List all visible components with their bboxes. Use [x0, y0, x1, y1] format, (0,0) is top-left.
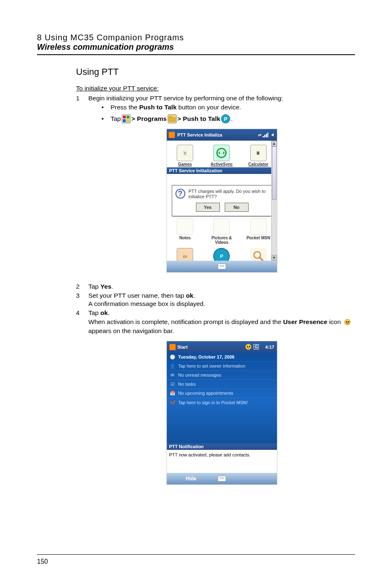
- no-button[interactable]: No: [225, 203, 249, 212]
- step-text: Begin initializing your PTT service by p…: [88, 95, 355, 102]
- scroll-thumb[interactable]: [272, 146, 277, 200]
- today-appointments-row[interactable]: 📅No upcoming appointments: [167, 389, 277, 398]
- header-chapter: 8 Using MC35 Companion Programs: [37, 33, 355, 42]
- step-subtext: A confirmation message box is displayed.: [88, 300, 355, 308]
- svg-rect-2: [123, 119, 126, 122]
- scroll-down-icon[interactable]: ▼: [272, 255, 277, 261]
- question-icon: ?: [175, 189, 185, 199]
- status-icons: ⇄: [258, 132, 275, 137]
- push-to-talk-icon: P: [221, 114, 230, 123]
- window-title: PTT Service Initializa: [178, 132, 222, 137]
- notification-title: PTT Notification: [167, 443, 277, 450]
- step-text: Tap Yes.: [88, 283, 355, 290]
- svg-line-7: [260, 257, 263, 261]
- bullet-text: Tap > Programs > Push to Talk: [111, 114, 233, 123]
- start-flag-icon: [169, 344, 176, 350]
- svg-text:P: P: [224, 116, 228, 122]
- confirmation-dialog: ? PTT charges will apply. Do you wish to…: [172, 185, 273, 216]
- powerpoint-icon[interactable]: ▭: [177, 248, 193, 261]
- yes-button[interactable]: Yes: [196, 203, 220, 212]
- start-icon: [122, 114, 131, 123]
- programs-folder-icon: [168, 114, 177, 123]
- screenshot-ptt-notification: Start G 4:17 🕓Tuesday, October 17, 2006: [167, 341, 277, 484]
- step-text: Tap ok.: [88, 309, 355, 317]
- svg-rect-3: [127, 119, 129, 122]
- step-number: 1: [76, 95, 88, 102]
- scroll-up-icon[interactable]: ▲: [272, 141, 277, 146]
- today-date-row[interactable]: 🕓Tuesday, October 17, 2006: [167, 353, 277, 362]
- screenshot-ptt-init-dialog: PTT Service Initializa ⇄ 🃏Games ActiveSy…: [167, 129, 277, 272]
- hide-softkey[interactable]: Hide: [167, 476, 216, 482]
- start-label[interactable]: Start: [178, 345, 188, 350]
- step-number: 3: [76, 292, 88, 299]
- calculator-icon[interactable]: 🖩: [250, 145, 267, 161]
- keyboard-icon[interactable]: [218, 264, 226, 269]
- dialog-title-bar: PTT Service Initialization: [167, 167, 277, 174]
- pictures-icon[interactable]: [213, 218, 230, 235]
- svg-rect-0: [123, 116, 126, 118]
- mail-icon: ✉: [169, 372, 176, 378]
- scrollbar[interactable]: ▲ ▼: [271, 141, 277, 261]
- clock: 4:17: [265, 345, 274, 350]
- notes-icon[interactable]: [177, 218, 193, 235]
- gprs-icon: G: [254, 344, 259, 350]
- svg-rect-1: [127, 116, 129, 118]
- start-flag-icon: [168, 132, 175, 138]
- user-presence-icon: [344, 318, 352, 326]
- page-header: 8 Using MC35 Companion Programs Wireless…: [37, 33, 355, 55]
- header-section: Wireless communication programs: [37, 42, 355, 52]
- step-number: 4: [76, 309, 88, 317]
- page-number: 150: [37, 558, 48, 565]
- step-text: Set your PTT user name, then tap ok.: [88, 292, 355, 299]
- calendar-icon: 📅: [169, 390, 176, 396]
- search-icon[interactable]: [250, 248, 267, 261]
- games-icon[interactable]: 🃏: [177, 145, 193, 161]
- msn-icon: 🦋: [169, 399, 176, 406]
- push-to-talk-app-icon[interactable]: P: [213, 248, 230, 261]
- today-messages-row[interactable]: ✉No unread messages: [167, 371, 277, 380]
- step-subtext: When activation is complete, notificatio…: [88, 317, 355, 336]
- activesync-icon[interactable]: [213, 145, 230, 161]
- bullet-dot: •: [101, 104, 111, 111]
- svg-point-6: [254, 252, 261, 258]
- notification-body: PTT now activated, please add contacts.: [167, 450, 277, 473]
- signal-icon: [263, 132, 268, 137]
- sip-bar[interactable]: [167, 261, 277, 272]
- tasks-icon: ☑: [169, 381, 176, 387]
- pocket-msn-icon[interactable]: [250, 218, 267, 235]
- today-owner-row[interactable]: 👤Tap here to set owner information: [167, 362, 277, 371]
- bullet-dot: •: [101, 115, 111, 123]
- ptt-notification-panel: PTT Notification PTT now activated, plea…: [167, 443, 277, 473]
- speaker-icon: [270, 132, 275, 137]
- page-footer: 150: [37, 554, 355, 565]
- today-msn-row[interactable]: 🦋Tap here to sign in to Pocket MSN!: [167, 398, 277, 407]
- dialog-message: PTT charges will apply. Do you wish to i…: [189, 189, 269, 199]
- bullet-text: Press the Push to Talk button on your de…: [111, 104, 241, 111]
- keyboard-icon[interactable]: [218, 476, 226, 482]
- sub-heading: To initialize your PTT service:: [76, 85, 355, 92]
- step-number: 2: [76, 283, 88, 290]
- clock-icon: 🕓: [169, 354, 176, 360]
- owner-icon: 👤: [169, 363, 176, 369]
- user-presence-status-icon: [245, 344, 251, 350]
- section-heading: Using PTT: [76, 67, 355, 77]
- today-tasks-row[interactable]: ☑No tasks: [167, 380, 277, 389]
